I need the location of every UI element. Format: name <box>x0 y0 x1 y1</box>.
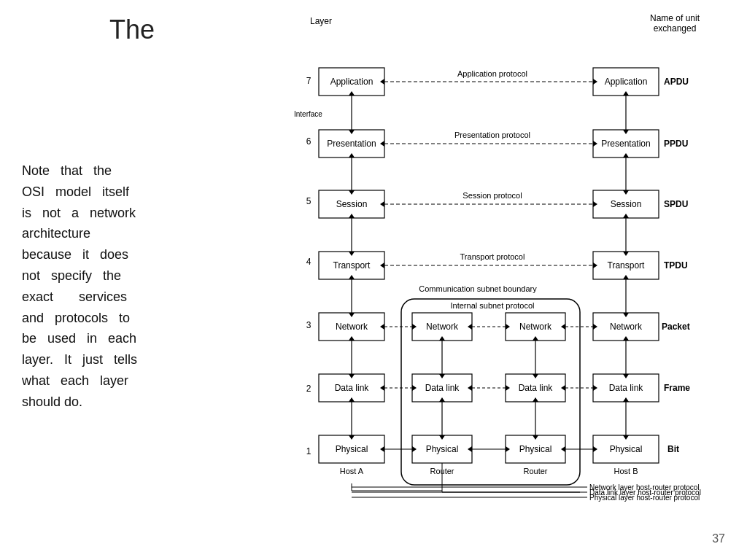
slide: The Note that the OSI model itself is no… <box>0 0 747 560</box>
unit-header2: exchanged <box>654 23 697 34</box>
layer-num-2: 2 <box>306 384 311 394</box>
router1-datalink-label: Data link <box>425 383 460 393</box>
internal-subnet-label: Internal subnet protocol <box>451 301 535 310</box>
layer-num-5: 5 <box>306 196 311 206</box>
hostb-session-label: Session <box>611 199 642 209</box>
hostb-datalink-label: Data link <box>609 383 644 393</box>
hosta-physical-label: Physical <box>336 444 368 454</box>
layer-num-1: 1 <box>306 446 311 456</box>
unit-apdu: APDU <box>664 77 689 87</box>
unit-spdu: SPDU <box>664 199 688 209</box>
session-protocol-label: Session protocol <box>462 191 522 200</box>
hostb-label: Host B <box>614 467 638 475</box>
router2-physical-label: Physical <box>519 444 552 454</box>
subnet-boundary-label: Communication subnet boundary <box>419 284 537 293</box>
hostb-transport-label: Transport <box>608 260 646 271</box>
layer-num-7: 7 <box>306 76 311 86</box>
router2-network-label: Network <box>519 322 552 332</box>
presentation-protocol-label: Presentation protocol <box>454 131 530 139</box>
hosta-session-label: Session <box>336 199 368 209</box>
hosta-network-label: Network <box>336 322 368 332</box>
page-number: 37 <box>712 532 725 545</box>
layer-header: Layer <box>310 16 332 26</box>
router1-network-label: Network <box>426 322 459 332</box>
hostb-network-label: Network <box>610 322 643 332</box>
router2-label: Router <box>523 467 547 475</box>
note-text: Note that the OSI model itself is not a … <box>22 160 248 413</box>
interface-label: Interface <box>294 110 322 118</box>
unit-tpdu: TPDU <box>664 260 688 271</box>
physical-proto-label: Physical layer host-router protocol <box>589 494 700 502</box>
unit-bit: Bit <box>667 444 679 454</box>
layer-num-4: 4 <box>306 257 311 267</box>
application-protocol-label: Application protocol <box>457 69 527 78</box>
hosta-label: Host A <box>340 467 364 475</box>
hostb-presentation-label: Presentation <box>601 139 650 149</box>
hosta-application-label: Application <box>330 77 374 87</box>
unit-header: Name of unit <box>650 13 700 23</box>
hosta-presentation-label: Presentation <box>327 139 376 149</box>
unit-frame: Frame <box>664 383 690 393</box>
hosta-datalink-label: Data link <box>335 383 370 393</box>
slide-title: The <box>109 15 155 45</box>
unit-ppdu: PPDU <box>664 139 688 149</box>
layer-num-3: 3 <box>306 320 311 330</box>
osi-diagram: Layer Name of unit exchanged 7 6 Interfa… <box>288 11 740 551</box>
hosta-transport-label: Transport <box>333 260 371 271</box>
hostb-physical-label: Physical <box>610 444 643 454</box>
layer-num-6: 6 <box>306 136 311 147</box>
router1-physical-label: Physical <box>426 444 459 454</box>
router2-datalink-label: Data link <box>519 383 554 393</box>
unit-packet: Packet <box>662 322 690 332</box>
transport-protocol-label: Transport protocol <box>460 252 525 261</box>
hostb-application-label: Application <box>605 77 648 87</box>
